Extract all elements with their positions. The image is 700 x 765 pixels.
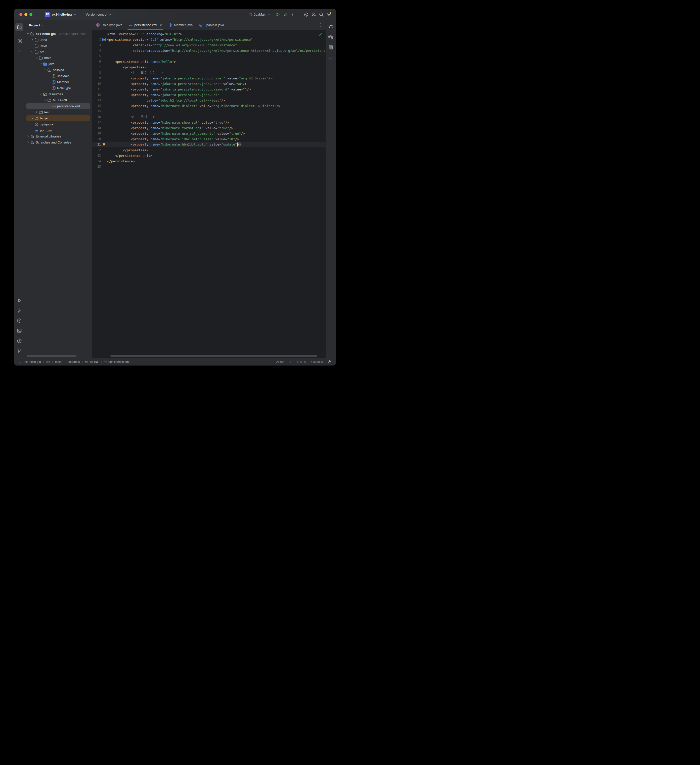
toolwindow-notifications-bell-button[interactable] <box>327 23 335 31</box>
minimize-window-button[interactable] <box>24 13 27 16</box>
tree-item-scratches-and-consoles[interactable]: Scratches and Consoles <box>24 139 92 145</box>
project-panel-header[interactable]: Project <box>24 20 92 30</box>
tree-item-external-libraries[interactable]: External Libraries <box>24 133 92 139</box>
code-editor[interactable]: 1<?xml version="1.0" encoding="UTF-8"?>2… <box>92 30 326 358</box>
breadcrumb-item-meta-inf[interactable]: META-INF <box>85 360 99 364</box>
run-config-selector[interactable]: JpaMain <box>247 11 272 17</box>
breadcrumb-item-main[interactable]: main <box>55 360 61 364</box>
toolwindow-maven-tool-button[interactable]: m <box>327 53 335 61</box>
close-tab-button[interactable]: × <box>160 23 162 27</box>
chevron-right-icon[interactable] <box>26 135 30 138</box>
tree-item-target[interactable]: target <box>24 115 92 121</box>
breadcrumb-item-resources[interactable]: resources <box>67 360 80 364</box>
tab-member-java[interactable]: CMember.java <box>165 20 196 30</box>
tree-item-src[interactable]: src <box>24 49 92 55</box>
toolwindow-build-hammer-button[interactable] <box>15 307 24 315</box>
tree-item-member[interactable]: CMember <box>24 79 92 85</box>
tree-item-idea[interactable]: .idea <box>24 37 92 43</box>
tree-item-resources[interactable]: resources <box>24 91 92 97</box>
tree-item-pom-xml[interactable]: mpom.xml <box>24 127 92 133</box>
line-number: 16 <box>92 115 101 119</box>
close-window-button[interactable] <box>19 13 22 16</box>
tree-item-ex1-hello-jpa[interactable]: ex1-hello-jpa~/Desktop/ex1-hello- <box>24 31 92 37</box>
line-number: 14 <box>92 104 101 107</box>
datasource-gutter-icon[interactable] <box>101 38 107 41</box>
toolwindow-database-button[interactable] <box>327 43 335 51</box>
chevron-right-icon[interactable] <box>30 38 35 41</box>
maximize-window-button[interactable] <box>29 13 32 16</box>
tree-item-java[interactable]: java <box>24 61 92 67</box>
tree-item-meta-inf[interactable]: META-INF <box>24 97 92 103</box>
stripe-divider <box>17 34 22 34</box>
editor-horizontal-scrollbar[interactable] <box>110 355 317 357</box>
line-separator-widget[interactable]: LF <box>289 360 292 364</box>
tab-persistence-xml[interactable]: </>persistence.xml× <box>126 20 165 30</box>
ai-assistant-button[interactable] <box>303 11 309 18</box>
chevron-right-icon[interactable] <box>30 116 35 120</box>
settings-button[interactable] <box>326 11 332 18</box>
tree-item-path-hint: ~/Desktop/ex1-hello- <box>57 32 87 36</box>
code-line: 7 <properties> <box>92 65 326 70</box>
toolwindow-structure-button[interactable] <box>15 37 24 45</box>
toolwindow-more-horizontal-button[interactable] <box>15 47 24 55</box>
class-icon: C <box>52 80 56 84</box>
breadcrumb-item-src[interactable]: src <box>46 360 50 364</box>
inspections-ok-icon[interactable] <box>318 32 322 36</box>
tree-item-label: .gitignore <box>40 123 53 126</box>
tab-jpamain-java[interactable]: CJpaMain.java <box>196 20 227 30</box>
chevron-down-icon[interactable] <box>43 99 47 102</box>
chevron-down-icon[interactable] <box>35 56 39 60</box>
toolwindow-services-button[interactable] <box>15 316 24 325</box>
tree-item-jpamain[interactable]: CJpaMain <box>24 73 92 79</box>
toolwindow-problems-button[interactable] <box>15 337 24 345</box>
line-number: 25 <box>92 165 101 168</box>
tree-item-persistence-xml[interactable]: </>persistence.xml <box>24 103 92 109</box>
chevron-down-icon[interactable] <box>39 62 43 66</box>
toolwindow-git-branch-button[interactable] <box>15 347 24 355</box>
debug-button[interactable] <box>282 11 289 18</box>
run-button[interactable] <box>274 11 281 18</box>
chevron-right-icon[interactable] <box>35 110 39 114</box>
chevron-right-icon[interactable] <box>26 141 30 144</box>
tab-options-button[interactable] <box>315 23 326 27</box>
xml-file-icon: </> <box>104 360 107 364</box>
tree-item-hellojpa[interactable]: hellojpa <box>24 67 92 73</box>
breadcrumb-item-persistence-xml[interactable]: </>persistence.xml <box>104 360 129 364</box>
line-number: 17 <box>92 121 101 124</box>
cursor-position-widget[interactable]: 21:69 <box>276 360 284 364</box>
vcs-widget[interactable]: Version control <box>84 12 113 17</box>
toolwindow-ai-assistant-button[interactable] <box>327 33 335 41</box>
tree-item-mvn[interactable]: .mvn <box>24 43 92 49</box>
chevron-down-icon[interactable] <box>39 93 43 96</box>
tab-roletype-java[interactable]: ERoleType.java <box>93 20 126 30</box>
chevron-down-icon[interactable] <box>43 68 47 72</box>
tree-item-roletype[interactable]: ERoleType <box>24 85 92 91</box>
breadcrumb-item-ex1-hello-jpa[interactable]: ex1-hello-jpa <box>24 360 41 364</box>
folder-icon <box>35 50 39 54</box>
lightbulb-gutter-icon[interactable] <box>101 143 107 146</box>
line-number: 22 <box>92 148 101 152</box>
project-panel-horizontal-scrollbar[interactable] <box>27 355 76 357</box>
code-line: 15 <box>92 109 326 114</box>
code-with-me-button[interactable] <box>311 11 317 18</box>
tree-item-test[interactable]: test <box>24 109 92 115</box>
project-widget[interactable]: EJ ex1-hello-jpa <box>44 11 78 18</box>
tree-item-gitignore[interactable]: .gitignore <box>24 121 92 127</box>
indent-widget[interactable]: 4 spaces <box>311 360 323 364</box>
tree-item-main[interactable]: main <box>24 55 92 61</box>
code-line: 1<?xml version="1.0" encoding="UTF-8"?> <box>92 31 326 37</box>
toolwindow-terminal-button[interactable] <box>15 327 24 335</box>
tree-item-label: Member <box>57 80 69 84</box>
search-everywhere-button[interactable] <box>318 11 325 18</box>
run-config-icon <box>248 12 252 17</box>
chevron-down-icon[interactable] <box>30 50 35 54</box>
chevron-down-icon <box>268 13 271 16</box>
more-actions-button[interactable] <box>289 11 296 18</box>
readonly-unlock-icon[interactable] <box>328 360 332 364</box>
toolwindow-run-button[interactable] <box>15 296 24 305</box>
encoding-widget[interactable]: UTF-8 <box>297 360 306 364</box>
toolwindow-project-folder-button[interactable] <box>15 23 24 31</box>
chevron-down-icon <box>109 13 112 16</box>
chevron-down-icon[interactable] <box>26 32 30 35</box>
desktop: EJ ex1-hello-jpa Version control JpaMain <box>0 0 350 382</box>
